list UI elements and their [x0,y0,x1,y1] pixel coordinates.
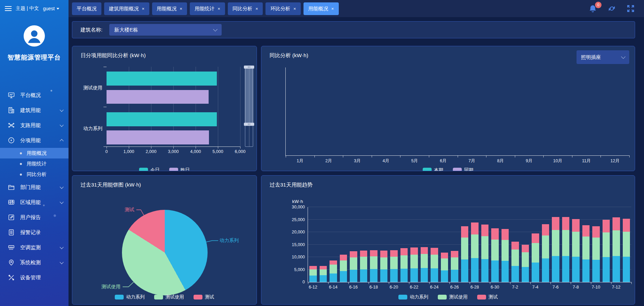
trend-bar-24[interactable] [542,207,549,282]
user-menu[interactable]: guest [43,6,59,11]
trend-bar-30[interactable] [603,207,610,282]
trend-bar-19[interactable] [491,207,499,282]
legend-label: 今日 [150,167,160,171]
sidebar-subitem-用能概况[interactable]: 用能概况 [0,148,69,158]
trend-segment-测试 [572,219,580,232]
trend-bar-25[interactable] [552,207,559,282]
trend-plot[interactable]: 05,00010,00015,00020,00025,00030,0006-12… [308,207,631,282]
sidebar-item-用户报告[interactable]: 用户报告 [0,210,69,225]
datazoom-handle-top[interactable] [244,66,254,69]
trend-bar-17[interactable] [471,207,479,282]
tab-close-icon[interactable]: × [218,6,220,11]
trend-bar-21[interactable] [511,207,519,282]
tab-3-用能概况[interactable]: 用能概况× [152,2,187,15]
tab-close-icon[interactable]: × [293,6,296,11]
sidebar-item-区域用能[interactable]: 区域用能 [0,195,69,210]
trend-bar-6[interactable] [360,207,368,282]
datazoom-handle-bottom[interactable] [244,123,254,126]
tab-4-用能统计[interactable]: 用能统计× [190,2,225,15]
trend-bar-12[interactable] [421,207,428,282]
tab-6-环比分析[interactable]: 环比分析× [265,2,301,15]
legend-item-动力系列[interactable]: 动力系列 [115,294,145,300]
hamburger-menu-icon[interactable] [5,6,12,11]
yoy-plot[interactable]: 1月2月3月4月5月6月7月8月9月10月11月12月 [285,67,629,156]
trend-bar-13[interactable] [431,207,438,282]
daily-plot[interactable]: 测试使用动力系列01,0002,0003,0004,0005,0006,000 [107,67,240,147]
sidebar-item-建筑用能[interactable]: 建筑用能 [0,103,69,118]
trend-bar-8[interactable] [380,207,388,282]
trend-bar-32[interactable] [623,207,630,282]
trend-bar-20[interactable] [501,207,509,282]
document-icon [8,229,15,236]
daily-bar-今日-测试使用[interactable] [107,72,217,86]
theme-language-switch[interactable]: 主题 | 中文 [16,5,39,12]
trend-bar-10[interactable] [400,207,408,282]
legend-swatch [453,168,462,171]
sidebar-item-设备管理[interactable]: 设备管理 [0,270,69,285]
tab-close-icon[interactable]: × [256,6,258,11]
sidebar-subitem-同比分析[interactable]: 同比分析 [0,169,69,180]
trend-bar-11[interactable] [410,207,418,282]
daily-bar-昨日-动力系列[interactable] [107,130,209,144]
x-axis-tick [218,146,218,149]
avatar[interactable] [24,25,45,47]
trend-bar-3[interactable] [330,207,337,282]
trend-bar-16[interactable] [461,207,469,282]
trend-bar-26[interactable] [562,207,570,282]
tab-close-icon[interactable]: × [331,6,334,11]
tab-close-icon[interactable]: × [142,6,145,11]
trend-bar-1[interactable] [309,207,317,282]
notification-bell-icon[interactable]: 0 [588,4,597,13]
category-select[interactable]: 照明插座 [577,50,629,64]
daily-bar-今日-动力系列[interactable] [107,112,217,126]
tab-close-icon[interactable]: × [180,6,183,11]
trend-bar-7[interactable] [370,207,377,282]
legend-item-测试[interactable]: 测试 [194,294,214,300]
tab-5-同比分析[interactable]: 同比分析× [228,2,263,15]
datazoom-slider[interactable] [245,67,253,147]
sidebar-subitem-用能统计[interactable]: 用能统计 [0,158,69,169]
refresh-icon[interactable] [607,4,617,13]
x-axis-tick-label: 5,000 [212,149,223,154]
tab-2-建筑用能概况[interactable]: 建筑用能概况× [104,2,149,15]
legend-item-本期[interactable]: 本期 [423,167,443,171]
trend-bar-22[interactable] [522,207,529,282]
tab-1-平台概况[interactable]: 平台概况 [72,2,101,15]
trend-bar-4[interactable] [340,207,347,282]
trend-bar-5[interactable] [350,207,357,282]
trend-bar-14[interactable] [441,207,448,282]
daily-bar-昨日-测试使用[interactable] [107,90,209,104]
sidebar-item-支路用能[interactable]: 支路用能 [0,118,69,133]
trend-bar-31[interactable] [612,207,620,282]
datazoom-selection[interactable] [245,67,253,125]
fullscreen-icon[interactable] [626,4,635,13]
tab-7-用能概况[interactable]: 用能概况× [304,2,339,15]
legend-item-测试使用[interactable]: 测试使用 [438,294,468,300]
legend-item-测试使用[interactable]: 测试使用 [154,294,184,300]
trend-bar-28[interactable] [582,207,590,282]
sidebar-item-空调监测[interactable]: 空调监测 [0,240,69,255]
trend-bar-18[interactable] [481,207,489,282]
sidebar-item-平台概况[interactable]: 平台概况 [0,88,69,103]
legend-label: 测试 [205,294,214,300]
trend-bar-9[interactable] [390,207,398,282]
trend-bar-15[interactable] [451,207,458,282]
legend-item-昨日[interactable]: 昨日 [169,167,190,171]
sidebar-item-部门用能[interactable]: 部门用能 [0,180,69,195]
sidebar-item-分项用能[interactable]: 分项用能 [0,133,69,148]
trend-bar-27[interactable] [572,207,580,282]
legend-item-动力系列[interactable]: 动力系列 [398,294,428,300]
trend-segment-测试 [491,228,499,240]
sidebar-item-系统检测[interactable]: 系统检测 [0,255,69,270]
legend-label: 昨日 [181,167,190,171]
trend-bar-23[interactable] [532,207,539,282]
legend-item-今日[interactable]: 今日 [139,167,160,171]
trend-bar-29[interactable] [592,207,600,282]
legend-item-测试[interactable]: 测试 [477,294,498,300]
trend-segment-动力系列 [501,261,509,282]
trend-bar-2[interactable] [320,207,327,282]
legend-item-同期[interactable]: 同期 [453,167,473,171]
building-select[interactable]: 新大楼E栋 [109,24,222,36]
sidebar-item-报警记录[interactable]: 报警记录 [0,225,69,240]
pie-chart[interactable] [122,210,208,295]
